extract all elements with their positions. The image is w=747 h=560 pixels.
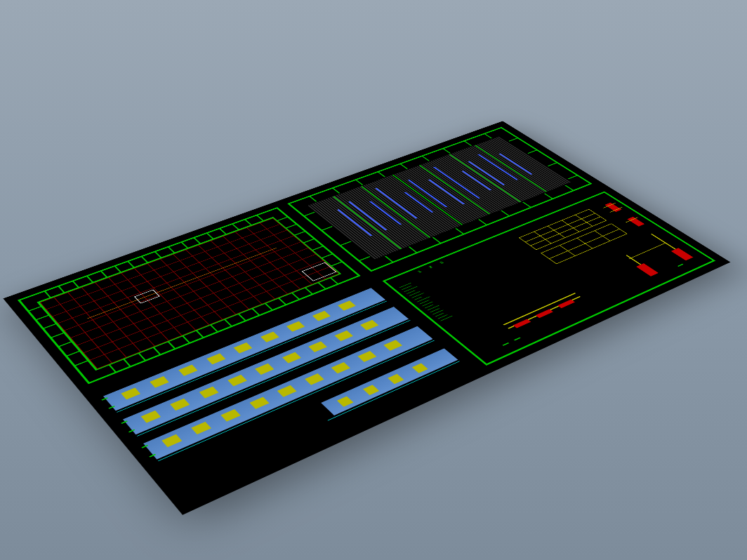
section-detail-3 xyxy=(557,300,575,309)
roof-purlins xyxy=(308,136,500,206)
section-detail-1 xyxy=(513,319,531,328)
cad-drawing-sheet[interactable]: 1 2 3 ━━━━━━━━━━ ━━━━━━━━ ━━━━━━━━━━━ ━━… xyxy=(4,121,731,514)
section-detail-2 xyxy=(536,309,553,318)
roof-beams xyxy=(308,136,500,206)
elevation-west xyxy=(321,348,458,415)
3d-viewport[interactable]: 1 2 3 ━━━━━━━━━━ ━━━━━━━━ ━━━━━━━━━━━ ━━… xyxy=(0,0,747,560)
